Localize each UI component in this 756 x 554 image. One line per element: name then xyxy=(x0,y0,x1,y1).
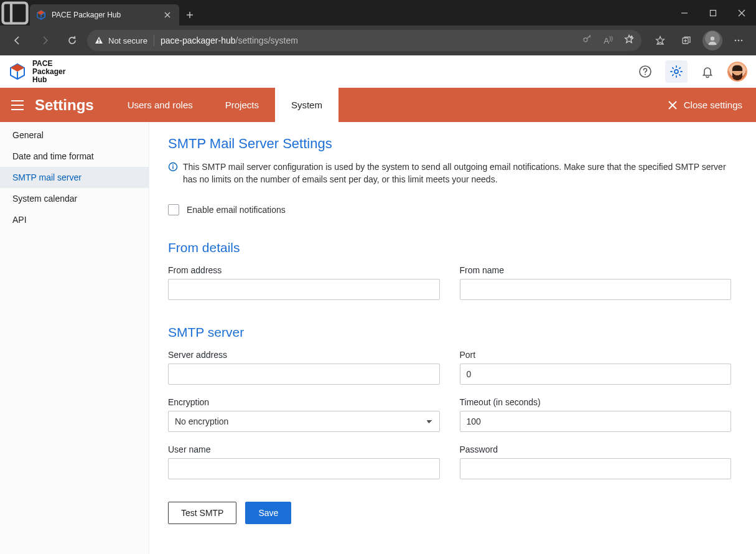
ribbon-title: Settings xyxy=(35,96,94,114)
close-settings-button[interactable]: Close settings xyxy=(654,100,756,110)
svg-rect-14 xyxy=(98,39,99,42)
svg-point-29 xyxy=(738,40,740,42)
sidebar-item-general[interactable]: General xyxy=(0,124,149,146)
server-address-label: Server address xyxy=(168,350,440,360)
svg-line-18 xyxy=(589,36,590,37)
svg-point-28 xyxy=(735,40,737,42)
browser-tab[interactable]: PACE Packager Hub xyxy=(30,4,179,26)
password-input[interactable] xyxy=(460,458,732,479)
tab-actions-button[interactable] xyxy=(0,0,30,26)
password-label: Password xyxy=(460,444,732,454)
browser-toolbar: Not secure pace-packager-hub/settings/sy… xyxy=(0,26,756,55)
browser-titlebar: PACE Packager Hub xyxy=(0,0,756,26)
smtp-info: This SMTP mail server configuration is u… xyxy=(168,161,731,185)
encryption-label: Encryption xyxy=(168,397,440,407)
tab-users-and-roles[interactable]: Users and roles xyxy=(111,88,209,122)
svg-marker-22 xyxy=(656,37,665,44)
timeout-label: Timeout (in seconds) xyxy=(460,397,732,407)
content-area: SMTP Mail Server Settings This SMTP mail… xyxy=(149,122,756,554)
browser-chrome: PACE Packager Hub Not secure pace-packag… xyxy=(0,0,756,55)
svg-point-16 xyxy=(584,38,587,42)
svg-point-35 xyxy=(645,74,646,75)
address-url: pace-packager-hub/settings/system xyxy=(161,35,576,45)
notifications-button[interactable] xyxy=(696,60,719,83)
close-icon xyxy=(668,100,678,110)
brand-name: PACE Packager Hub xyxy=(32,60,65,84)
security-label: Not secure xyxy=(108,36,147,45)
window-minimize-button[interactable] xyxy=(670,0,699,26)
window-maximize-button[interactable] xyxy=(699,0,727,26)
menu-button[interactable] xyxy=(726,29,751,52)
from-address-input[interactable] xyxy=(168,279,440,300)
svg-rect-15 xyxy=(98,42,99,43)
smtp-heading: SMTP Mail Server Settings xyxy=(168,136,731,152)
collections-button[interactable] xyxy=(674,29,699,52)
brand[interactable]: PACE Packager Hub xyxy=(9,60,65,84)
addr-divider xyxy=(154,35,154,46)
window-close-button[interactable] xyxy=(727,0,756,26)
nav-back-button[interactable] xyxy=(5,29,30,52)
tab-projects[interactable]: Projects xyxy=(209,88,275,122)
site-security-indicator[interactable]: Not secure xyxy=(95,36,147,45)
sidebar-item-calendar[interactable]: System calendar xyxy=(0,188,149,209)
action-buttons: Test SMTP Save xyxy=(168,502,731,524)
enable-email-checkbox[interactable] xyxy=(168,204,179,215)
test-smtp-button[interactable]: Test SMTP xyxy=(168,502,236,524)
favorites-button[interactable] xyxy=(648,29,673,52)
from-details-heading: From details xyxy=(168,240,731,255)
window-controls xyxy=(670,0,756,26)
from-name-label: From name xyxy=(460,265,732,275)
hamburger-button[interactable] xyxy=(0,100,35,111)
tab-system[interactable]: System xyxy=(275,88,338,122)
info-icon xyxy=(168,162,178,172)
sidebar-item-smtp[interactable]: SMTP mail server xyxy=(0,167,149,188)
settings-sidebar: General Date and time format SMTP mail s… xyxy=(0,122,149,554)
svg-point-30 xyxy=(741,40,743,42)
svg-point-36 xyxy=(674,70,678,73)
app-header: PACE Packager Hub xyxy=(0,55,756,88)
user-avatar[interactable] xyxy=(727,62,747,82)
tab-close-button[interactable] xyxy=(162,9,173,21)
profile-button[interactable] xyxy=(700,29,725,52)
server-address-input[interactable] xyxy=(168,364,440,385)
svg-marker-32 xyxy=(11,64,24,72)
enable-email-row: Enable email notifications xyxy=(168,204,731,215)
sidebar-item-date-time[interactable]: Date and time format xyxy=(0,146,149,167)
svg-point-44 xyxy=(172,164,174,166)
save-button[interactable]: Save xyxy=(245,502,291,524)
timeout-input[interactable] xyxy=(460,411,732,432)
nav-forward-button[interactable] xyxy=(32,29,57,52)
from-name-input[interactable] xyxy=(460,279,732,300)
help-button[interactable] xyxy=(634,60,656,83)
from-address-label: From address xyxy=(168,265,440,275)
svg-marker-3 xyxy=(37,11,45,15)
password-key-icon[interactable] xyxy=(582,34,592,47)
port-input[interactable] xyxy=(460,364,732,385)
favorite-star-icon[interactable] xyxy=(624,34,634,47)
favicon-icon xyxy=(36,10,46,20)
browser-tab-title: PACE Packager Hub xyxy=(52,11,156,19)
smtp-server-heading: SMTP server xyxy=(168,325,731,340)
port-label: Port xyxy=(460,350,732,360)
svg-rect-10 xyxy=(711,10,716,16)
enable-email-label: Enable email notifications xyxy=(187,205,286,215)
encryption-select[interactable]: No encryption xyxy=(168,411,440,432)
address-bar[interactable]: Not secure pace-packager-hub/settings/sy… xyxy=(87,30,642,51)
username-label: User name xyxy=(168,444,440,454)
close-settings-label: Close settings xyxy=(684,100,742,110)
settings-button[interactable] xyxy=(665,60,688,83)
svg-point-27 xyxy=(711,37,714,40)
username-input[interactable] xyxy=(168,458,440,479)
svg-rect-0 xyxy=(3,2,27,23)
smtp-info-text: This SMTP mail server configuration is u… xyxy=(183,161,731,185)
warning-icon xyxy=(95,36,103,45)
new-tab-button[interactable] xyxy=(179,4,200,26)
nav-refresh-button[interactable] xyxy=(60,29,85,52)
read-aloud-icon[interactable]: A)) xyxy=(604,35,613,45)
ribbon-tabs: Users and roles Projects System xyxy=(111,88,338,122)
settings-ribbon: Settings Users and roles Projects System… xyxy=(0,88,756,122)
brand-logo-icon xyxy=(9,63,26,80)
sidebar-item-api[interactable]: API xyxy=(0,209,149,230)
